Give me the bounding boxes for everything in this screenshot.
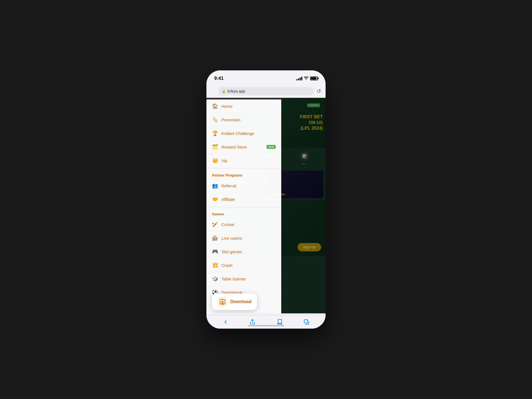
lock-icon: 🔒: [222, 89, 226, 93]
download-label: Download: [230, 299, 251, 304]
sidebar-item-live-casino[interactable]: 🎰 Live casino: [206, 231, 281, 245]
sidebar-item-reward-store[interactable]: 🗂️ Reward Store NEW: [206, 140, 281, 154]
refresh-button[interactable]: ↺: [316, 88, 321, 94]
url-bar[interactable]: 🔒 krikya.app: [219, 87, 314, 95]
sidebar-item-promotion-label: Promotion: [221, 117, 240, 122]
sidebar-item-vip-label: Vip: [221, 158, 227, 163]
partner-section-label: Partner Programs: [206, 170, 281, 179]
cricket-icon: 🏏: [212, 221, 218, 227]
battery-icon: [310, 76, 318, 80]
bg-signup-button[interactable]: Sign Up: [298, 243, 321, 251]
sidebar-item-krikbet-label: Krikbet Challenge: [221, 131, 254, 136]
url-text: krikya.app: [227, 89, 245, 93]
download-icon: [218, 297, 227, 307]
status-time: 9:41: [214, 76, 224, 81]
sidebar-menu: 🏠 Home 🏷️ Promotion 🏆 Krikbet Challenge …: [206, 98, 281, 313]
sidebar-item-slot-games-label: Slot games: [221, 249, 242, 254]
sidebar-item-home[interactable]: 🏠 Home: [206, 99, 281, 113]
tabs-button[interactable]: [300, 316, 313, 328]
back-button[interactable]: [219, 316, 232, 328]
bg-banner-text: FIRST BET ON US (LPL 2024): [300, 114, 323, 131]
sidebar-item-fishing[interactable]: 🎣 Fishing: [206, 313, 281, 313]
sidebar-item-home-label: Home: [221, 104, 232, 109]
status-icons: [296, 76, 318, 81]
sidebar-item-referral[interactable]: 👥 Referral: [206, 179, 281, 193]
sidebar-item-promotion[interactable]: 🏷️ Promotion: [206, 113, 281, 127]
slot-games-icon: 🎮: [212, 249, 218, 255]
referral-icon: 👥: [212, 183, 218, 189]
krikbet-icon: 🏆: [212, 130, 218, 136]
sidebar-item-affiliate[interactable]: 🤝 Affiliate: [206, 193, 281, 206]
vip-icon: 👑: [212, 157, 218, 163]
main-content: SPORTS FIRST BET ON US (LPL 2024) ♟️ Tab…: [206, 98, 326, 313]
sidebar-item-cricket-label: Cricket: [221, 222, 234, 227]
divider-1: [206, 168, 281, 169]
sidebar-item-krikbet-challenge[interactable]: 🏆 Krikbet Challenge: [206, 127, 281, 140]
bottom-nav: [206, 315, 326, 329]
sidebar-item-crash[interactable]: 💥 Crash: [206, 259, 281, 272]
bg-cat-live: 🎲 Li...: [285, 151, 323, 165]
reward-store-icon: 🗂️: [212, 144, 218, 150]
home-indicator: [248, 325, 284, 326]
sidebar-item-reward-store-label: Reward Store: [221, 145, 247, 149]
phone-frame: 9:41 🔒 k: [206, 70, 326, 329]
games-section-label: Games: [206, 209, 281, 218]
sidebar-item-table-games-label: Table Games: [221, 277, 246, 281]
sidebar-item-crash-label: Crash: [221, 263, 232, 268]
sports-badge: SPORTS: [307, 103, 320, 107]
table-games-icon: 🎲: [212, 276, 218, 282]
signal-bars-icon: [296, 77, 302, 80]
status-bar: 9:41: [206, 70, 326, 85]
svg-rect-4: [304, 319, 308, 323]
divider-2: [206, 207, 281, 208]
sidebar-item-live-casino-label: Live casino: [221, 236, 242, 241]
browser-bar: 🔒 krikya.app ↺: [206, 85, 326, 98]
sidebar-item-referral-label: Referral: [221, 183, 236, 188]
download-button[interactable]: Download: [212, 293, 257, 310]
sidebar-item-affiliate-label: Affiliate: [221, 197, 235, 202]
wifi-icon: [304, 76, 308, 81]
sidebar-item-table-games[interactable]: 🎲 Table Games: [206, 272, 281, 286]
sidebar-item-vip[interactable]: 👑 Vip: [206, 154, 281, 167]
affiliate-icon: 🤝: [212, 196, 218, 202]
crash-icon: 💥: [212, 262, 218, 268]
promotion-icon: 🏷️: [212, 117, 218, 123]
live-casino-icon: 🎰: [212, 235, 218, 241]
home-icon: 🏠: [212, 103, 218, 109]
sidebar-item-cricket[interactable]: 🏏 Cricket: [206, 218, 281, 231]
sidebar-item-slot-games[interactable]: 🎮 Slot games: [206, 245, 281, 259]
new-badge: NEW: [267, 145, 276, 149]
